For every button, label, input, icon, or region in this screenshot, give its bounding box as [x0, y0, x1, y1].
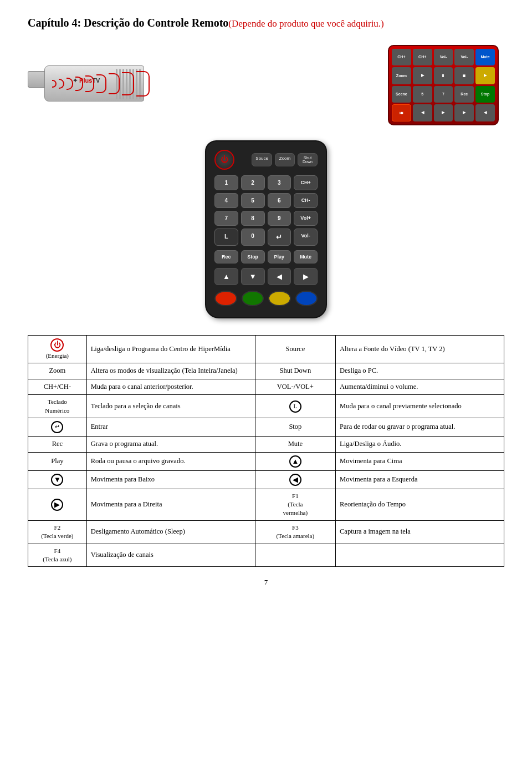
cell-icon-6: Rec: [28, 437, 87, 453]
shutdown-button[interactable]: ShutDown: [298, 153, 318, 166]
nav-down[interactable]: ▼: [241, 268, 265, 285]
arrow-right-icon: ▶: [32, 499, 83, 511]
cell-desc-5: Entrar: [86, 418, 255, 437]
l-button[interactable]: L: [214, 229, 238, 246]
cell-mute-label: Mute: [255, 437, 335, 453]
cell-arrowup-label: ▲: [255, 452, 335, 470]
wave-1: [52, 80, 57, 88]
play-button[interactable]: Play: [268, 250, 291, 263]
sr-btn-nav1[interactable]: ⏮: [392, 104, 411, 121]
cell-icon-11: F4(Tecla azul): [28, 544, 87, 567]
cell-empty-desc: [336, 544, 504, 567]
sr-btn-zoom[interactable]: Zoom: [392, 67, 411, 84]
ch-minus[interactable]: CH-: [294, 193, 318, 208]
sr-btn-nav5[interactable]: ◀: [475, 104, 495, 121]
table-row-9: ▶ Movimenta para a Direita F1(Teclaverme…: [28, 489, 504, 520]
page-title: Capítulo 4: Descrição do Controle Remoto…: [28, 17, 504, 29]
l-circle-icon: L: [259, 400, 331, 413]
sr-btn-vol2[interactable]: Vol-: [454, 49, 474, 66]
sr-btn-play1[interactable]: ▶: [413, 67, 432, 84]
table-row-1: ⏻ (Energia) Liga/desliga o Programa do C…: [28, 336, 504, 363]
cell-desc-11: Visualização de canais: [86, 544, 255, 567]
cell-icon-10: F2(Tecla verde): [28, 520, 87, 544]
sr-btn-ch2[interactable]: CH+: [413, 49, 432, 66]
arrow-left-symbol: ◀: [289, 474, 301, 486]
color-green[interactable]: [242, 291, 264, 306]
enter-icon: ↵: [32, 421, 83, 433]
sr-btn-vol1[interactable]: Vol-: [434, 49, 453, 66]
num-6[interactable]: 6: [268, 193, 291, 208]
main-remote[interactable]: ⏻ Souce Zoom ShutDown 1 2 3 CH+ 4 5 6 CH…: [205, 140, 327, 318]
cell-arrowup-desc: Movimenta para Cima: [336, 452, 504, 470]
color-blue[interactable]: [295, 291, 318, 306]
num-0[interactable]: 0: [241, 229, 265, 246]
wave-5: [85, 75, 94, 92]
ch-plus[interactable]: CH+: [294, 175, 318, 190]
cell-stop-label: Stop: [255, 418, 335, 437]
sr-btn-pause[interactable]: ⏸: [434, 67, 453, 84]
mute-button[interactable]: Mute: [294, 250, 318, 263]
sr-btn-stop2[interactable]: Stop: [475, 86, 495, 103]
cell-f1-label: F1(Teclavermelha): [255, 489, 335, 520]
power-icon-symbol: ⏻: [50, 338, 64, 352]
f2-label: F2(Tecla verde): [41, 524, 73, 539]
color-red[interactable]: [214, 291, 237, 306]
arrow-right-symbol: ▶: [51, 499, 63, 511]
sr-btn-stop1[interactable]: ⏹: [454, 67, 474, 84]
cell-icon-3: CH+/CH-: [28, 379, 87, 395]
cell-desc-3: Muda para o canal anterior/posterior.: [86, 379, 255, 395]
num-5[interactable]: 5: [241, 193, 265, 208]
wave-6: [96, 74, 106, 93]
num-2[interactable]: 2: [241, 175, 265, 190]
sr-btn-scene[interactable]: Scene: [392, 86, 411, 103]
enter-button[interactable]: ↵: [268, 229, 291, 246]
nav-right[interactable]: ▶: [294, 268, 318, 285]
cell-desc-10: Desligamento Automático (Sleep): [86, 520, 255, 544]
sr-btn-play2[interactable]: ▶: [475, 67, 495, 84]
stop-button[interactable]: Stop: [241, 250, 265, 263]
small-remote[interactable]: CH+ CH+ Vol- Vol- Mute Zoom ▶ ⏸ ⏹ ▶ Scen…: [388, 45, 499, 125]
sr-btn-ch1[interactable]: CH+: [392, 49, 411, 66]
sr-btn-nav2[interactable]: ◀: [413, 104, 432, 121]
sr-btn-rec[interactable]: Rec: [454, 86, 474, 103]
cell-empty-label: [255, 544, 335, 567]
cell-icon-5: ↵: [28, 418, 87, 437]
nav-left[interactable]: ◀: [268, 268, 291, 285]
source-button[interactable]: Souce: [252, 153, 272, 166]
num-9[interactable]: 9: [268, 211, 291, 226]
nav-up[interactable]: ▲: [214, 268, 238, 285]
main-remote-area: ⏻ Souce Zoom ShutDown 1 2 3 CH+ 4 5 6 CH…: [28, 140, 504, 318]
wave-2: [59, 79, 64, 89]
cell-shutdown-label: Shut Down: [255, 363, 335, 379]
wave-3: [66, 78, 73, 90]
zoom-button[interactable]: Zoom: [275, 153, 295, 166]
table-row-3: CH+/CH- Muda para o canal anterior/poste…: [28, 379, 504, 395]
cell-desc-6: Grava o programa atual.: [86, 437, 255, 453]
play-label: Play: [51, 457, 63, 465]
cell-vol-desc: Aumenta/diminui o volume.: [336, 379, 504, 395]
wave-4: [75, 77, 83, 91]
cell-source-label: Source: [255, 336, 335, 363]
power-button[interactable]: ⏻: [214, 150, 234, 170]
vol-minus[interactable]: Vol-: [294, 229, 318, 246]
num-8[interactable]: 8: [241, 211, 265, 226]
images-row: ✦ PlusTV: [28, 40, 504, 129]
sr-btn-7[interactable]: 7: [434, 86, 453, 103]
table-row-8: ▼ Movimenta para Baixo ◀ Movimenta para …: [28, 470, 504, 489]
title-red: (Depende do produto que você adquiriu.): [228, 18, 383, 29]
sr-btn-nav4[interactable]: ▶: [454, 104, 474, 121]
signal-waves: [52, 71, 150, 97]
l-icon-symbol: L: [289, 400, 301, 413]
color-yellow[interactable]: [268, 291, 291, 306]
num-1[interactable]: 1: [214, 175, 238, 190]
rec-button[interactable]: Rec: [214, 250, 238, 263]
num-4[interactable]: 4: [214, 193, 238, 208]
num-7[interactable]: 7: [214, 211, 238, 226]
num-3[interactable]: 3: [268, 175, 291, 190]
sr-btn-5[interactable]: 5: [413, 86, 432, 103]
sr-btn-nav3[interactable]: ▶: [434, 104, 453, 121]
mr-numpad: 1 2 3 CH+ 4 5 6 CH- 7 8 9 Vol+ L 0 ↵ Vol…: [214, 175, 318, 246]
vol-plus[interactable]: Vol+: [294, 211, 318, 226]
table-row-11: F4(Tecla azul) Visualização de canais: [28, 544, 504, 567]
sr-btn-mute[interactable]: Mute: [475, 49, 495, 66]
